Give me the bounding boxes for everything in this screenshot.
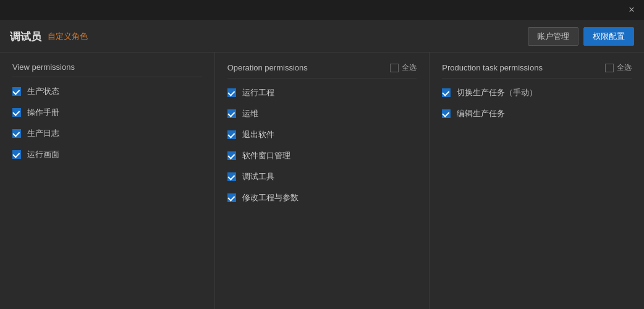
checkbox-view-2[interactable] [12, 129, 21, 138]
checkbox-label-operation-1: 运维 [242, 108, 258, 119]
checkbox-label-view-0: 生产状态 [27, 86, 59, 97]
checkbox-label-operation-5: 修改工程与参数 [242, 192, 299, 203]
panel-header-view: View permissions [12, 62, 202, 77]
checkbox-item[interactable]: 生产日志 [12, 128, 202, 139]
checkbox-item[interactable]: 操作手册 [12, 107, 202, 118]
panel-production: Production task permissions全选切换生产任务（手动）编… [430, 53, 644, 309]
panel-operation: Operation permissions全选运行工程运维退出软件软件窗口管理调… [215, 53, 430, 309]
checkbox-label-view-3: 运行画面 [27, 149, 59, 160]
checkbox-operation-4[interactable] [227, 172, 236, 181]
permissions-config-button[interactable]: 权限配置 [583, 27, 634, 46]
checkbox-label-operation-4: 调试工具 [242, 171, 274, 182]
checkbox-item[interactable]: 退出软件 [227, 129, 417, 140]
panel-title-production: Production task permissions [442, 63, 543, 72]
panel-title-operation: Operation permissions [227, 63, 308, 72]
checkbox-operation-3[interactable] [227, 151, 236, 160]
checkbox-item[interactable]: 调试工具 [227, 171, 417, 182]
checkbox-production-1[interactable] [442, 109, 451, 118]
select-all-checkbox-operation[interactable] [390, 64, 399, 72]
checkbox-view-1[interactable] [12, 108, 21, 117]
checkbox-label-production-0: 切换生产任务（手动） [457, 87, 537, 98]
panel-view: View permissions生产状态操作手册生产日志运行画面 [0, 53, 215, 309]
checkbox-label-production-1: 编辑生产任务 [457, 108, 505, 119]
header-left: 调试员 自定义角色 [10, 30, 88, 44]
checkbox-item[interactable]: 生产状态 [12, 86, 202, 97]
checkbox-operation-0[interactable] [227, 88, 236, 97]
checkbox-item[interactable]: 运行工程 [227, 87, 417, 98]
checkbox-view-3[interactable] [12, 150, 21, 159]
select-all-operation[interactable]: 全选 [390, 62, 417, 73]
checkbox-view-0[interactable] [12, 87, 21, 96]
checkbox-item[interactable]: 运行画面 [12, 149, 202, 160]
checkbox-label-operation-2: 退出软件 [242, 129, 274, 140]
checkbox-operation-1[interactable] [227, 109, 236, 118]
checkbox-item[interactable]: 编辑生产任务 [442, 108, 632, 119]
checkbox-label-operation-0: 运行工程 [242, 87, 274, 98]
header: 调试员 自定义角色 账户管理 权限配置 [0, 20, 644, 53]
checkbox-label-operation-3: 软件窗口管理 [242, 150, 290, 161]
page-title: 调试员 [10, 30, 41, 44]
main-content: View permissions生产状态操作手册生产日志运行画面Operatio… [0, 53, 644, 309]
checkbox-item[interactable]: 修改工程与参数 [227, 192, 417, 203]
header-right: 账户管理 权限配置 [528, 27, 634, 46]
close-button[interactable]: × [624, 2, 639, 17]
checkbox-item[interactable]: 切换生产任务（手动） [442, 87, 632, 98]
select-all-production[interactable]: 全选 [605, 62, 632, 73]
checkbox-label-view-2: 生产日志 [27, 128, 59, 139]
checkbox-production-0[interactable] [442, 88, 451, 97]
checkbox-item[interactable]: 软件窗口管理 [227, 150, 417, 161]
checkbox-operation-5[interactable] [227, 193, 236, 202]
checkbox-label-view-1: 操作手册 [27, 107, 59, 118]
title-bar: × [0, 0, 644, 20]
panel-header-production: Production task permissions全选 [442, 62, 632, 78]
panel-header-operation: Operation permissions全选 [227, 62, 417, 78]
page-subtitle: 自定义角色 [48, 31, 88, 42]
panel-title-view: View permissions [12, 62, 75, 72]
account-management-button[interactable]: 账户管理 [528, 27, 578, 46]
checkbox-item[interactable]: 运维 [227, 108, 417, 119]
select-all-checkbox-production[interactable] [605, 64, 614, 72]
checkbox-operation-2[interactable] [227, 130, 236, 139]
